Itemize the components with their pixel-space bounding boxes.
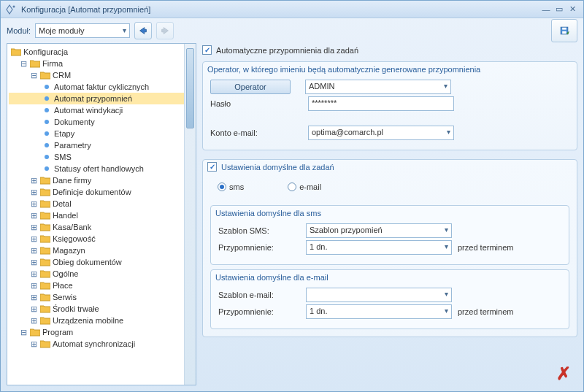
password-label: Hasło [210, 99, 298, 108]
tree-item[interactable]: Księgowość [53, 234, 96, 243]
folder-icon [39, 304, 51, 314]
maximize-button[interactable]: ▭ [553, 4, 566, 14]
sms-template-label: Szablon SMS: [218, 226, 306, 235]
page-icon [41, 140, 53, 150]
page-icon [41, 128, 53, 139]
svg-point-9 [45, 143, 49, 147]
expand-icon[interactable] [29, 317, 38, 325]
email-account-select[interactable]: optima@comarch.pl [308, 126, 454, 140]
svg-point-7 [45, 120, 49, 124]
back-button[interactable] [134, 22, 152, 39]
email-template-label: Szablon e-mail: [218, 291, 306, 299]
tree-item[interactable]: Dane firmy [53, 176, 91, 185]
expand-icon[interactable] [29, 200, 38, 208]
tree-item[interactable]: Automat windykacji [54, 106, 123, 115]
page-icon [41, 93, 53, 104]
expand-icon[interactable] [29, 212, 38, 220]
tree-item[interactable]: Obieg dokumentów [53, 258, 122, 266]
svg-point-0 [13, 5, 15, 7]
sms-reminder-label: Przypomnienie: [218, 243, 306, 252]
folder-icon [29, 58, 41, 69]
operator-button[interactable]: Operator [210, 80, 291, 94]
defaults-checkbox[interactable] [207, 162, 217, 172]
cancel-button[interactable]: ✗ [553, 364, 575, 384]
tree-item-selected[interactable]: Automat przypomnień [54, 94, 132, 103]
radio-sms[interactable]: sms [218, 182, 244, 191]
page-icon [41, 164, 53, 174]
minimize-button[interactable]: — [539, 5, 553, 14]
page-icon [41, 117, 53, 127]
forward-button[interactable] [156, 22, 174, 39]
tree-item[interactable]: Płace [53, 281, 73, 290]
expand-icon[interactable] [29, 188, 38, 196]
tree-program[interactable]: Program [42, 328, 73, 337]
window-title: Konfiguracja [Automat przypomnień] [21, 5, 539, 14]
radio-email[interactable]: e-mail [288, 182, 321, 191]
folder-icon [39, 70, 51, 80]
expand-icon[interactable] [29, 72, 38, 80]
save-button[interactable] [551, 19, 577, 42]
svg-rect-3 [562, 31, 566, 34]
folder-icon [39, 339, 51, 349]
folder-icon [29, 327, 41, 337]
operator-select[interactable]: ADMIN [305, 80, 451, 94]
auto-reminders-checkbox[interactable] [202, 45, 212, 55]
modul-select[interactable]: Moje moduły [35, 23, 130, 38]
tree-item[interactable]: Środki trwałe [53, 304, 99, 313]
tree-crm[interactable]: CRM [53, 71, 71, 80]
sms-defaults-group: Ustawienia domyślne dla sms Szablon SMS:… [210, 205, 569, 265]
tree-firma[interactable]: Firma [42, 59, 63, 68]
tree-item[interactable]: Dokumenty [54, 118, 95, 126]
folder-icon [39, 222, 51, 232]
group-header: Operator, w którego imieniu będą automat… [207, 65, 572, 74]
operator-group: Operator, w którego imieniu będą automat… [202, 61, 577, 150]
tree-item[interactable]: Kasa/Bank [53, 223, 91, 231]
expand-icon[interactable] [29, 258, 38, 266]
password-field[interactable]: ******** [308, 96, 454, 111]
expand-icon[interactable] [29, 282, 38, 290]
folder-icon [39, 245, 51, 255]
folder-icon [39, 292, 51, 302]
tree-item[interactable]: Serwis [53, 293, 77, 301]
tree-item[interactable]: Magazyn [53, 246, 85, 255]
expand-icon[interactable] [29, 235, 38, 243]
expand-icon[interactable] [29, 223, 38, 231]
tree-item[interactable]: Etapy [54, 129, 74, 138]
expand-icon[interactable] [19, 60, 28, 68]
tree-item[interactable]: SMS [54, 153, 72, 161]
scroll-thumb[interactable] [186, 48, 194, 128]
tree-item[interactable]: Ogólne [53, 269, 78, 278]
expand-icon[interactable] [29, 305, 38, 313]
folder-icon [39, 199, 51, 209]
tree-root[interactable]: Konfiguracja [23, 47, 68, 56]
before-term-label: przed terminem [458, 243, 513, 252]
expand-icon[interactable] [29, 177, 38, 185]
app-icon [5, 4, 17, 15]
svg-point-11 [45, 166, 49, 171]
page-icon [41, 82, 53, 92]
config-tree[interactable]: Konfiguracja Firma CRM Automat faktur cy… [7, 43, 196, 385]
tree-item[interactable]: Definicje dokumentów [53, 188, 131, 196]
group-header: Ustawienia domyślne dla zadań [221, 163, 334, 172]
tree-item[interactable]: Automat synchronizacji [53, 339, 135, 348]
folder-icon [39, 269, 51, 279]
sms-template-select[interactable]: Szablon przypomień [306, 223, 452, 238]
tree-item[interactable]: Handel [53, 211, 78, 220]
tree-item[interactable]: Statusy ofert handlowych [54, 164, 144, 173]
expand-icon[interactable] [29, 340, 38, 348]
email-reminder-select[interactable]: 1 dn. [306, 304, 452, 319]
email-template-select[interactable] [306, 288, 452, 302]
tree-item[interactable]: Detal [53, 199, 72, 208]
close-button[interactable]: ✕ [566, 4, 579, 14]
tree-scrollbar[interactable] [184, 44, 196, 385]
tree-item[interactable]: Urządzenia mobilne [53, 316, 123, 325]
expand-icon[interactable] [29, 247, 38, 255]
tree-item[interactable]: Parametry [54, 141, 91, 150]
folder-icon [10, 47, 22, 57]
svg-point-4 [45, 85, 49, 89]
tree-item[interactable]: Automat faktur cyklicznych [54, 82, 149, 91]
expand-icon[interactable] [29, 270, 38, 278]
expand-icon[interactable] [29, 293, 38, 301]
expand-icon[interactable] [19, 328, 28, 337]
sms-reminder-select[interactable]: 1 dn. [306, 240, 452, 255]
